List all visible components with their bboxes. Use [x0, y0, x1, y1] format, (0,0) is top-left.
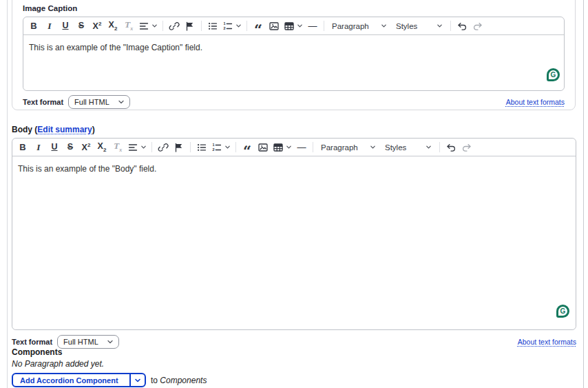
styles-dropdown-label: Styles — [385, 143, 406, 152]
insert-image-icon — [258, 142, 269, 153]
redo-icon — [472, 21, 483, 32]
bold-button[interactable]: B — [26, 19, 41, 33]
body-editing-area[interactable]: This is an example of the "Body" field. … — [12, 156, 576, 329]
horizontal-line-button[interactable]: — — [305, 19, 320, 33]
to-label: to — [151, 376, 158, 385]
table-button[interactable] — [282, 19, 304, 33]
body-label-prefix: Body ( — [12, 125, 37, 134]
italic-button[interactable]: I — [42, 19, 57, 33]
bulleted-list-button[interactable] — [205, 19, 220, 33]
numbered-list-icon: 12 — [211, 142, 222, 153]
add-accordion-component-button[interactable]: Add Accordion Component — [13, 374, 129, 386]
undo-icon — [456, 21, 468, 32]
align-button[interactable] — [137, 19, 159, 33]
block-quote-button[interactable]: “ — [251, 19, 266, 33]
remove-format-button[interactable]: Tx — [121, 19, 136, 33]
bold-button[interactable]: B — [15, 140, 30, 154]
underline-button[interactable]: U — [47, 140, 62, 154]
subscript-button[interactable]: X2 — [94, 140, 109, 154]
bulleted-list-button[interactable] — [194, 140, 209, 154]
dropbutton-toggle[interactable] — [129, 374, 145, 386]
grammarly-letter: G — [560, 308, 566, 315]
text-format-value: Full HTML — [63, 338, 98, 346]
media-button[interactable] — [171, 140, 187, 154]
chevron-down-icon — [134, 377, 141, 384]
bold-icon: B — [19, 143, 25, 152]
underline-icon: U — [62, 21, 68, 30]
image-caption-editing-area[interactable]: This is an example of the "Image Caption… — [23, 35, 564, 90]
body-editor: BIUSX2X2Tx12“—ParagraphStyles This is an… — [12, 138, 576, 330]
media-button[interactable] — [182, 19, 198, 33]
redo-button[interactable] — [470, 19, 485, 33]
body-editor-toolbar: BIUSX2X2Tx12“—ParagraphStyles — [12, 139, 576, 156]
chevron-down-icon — [426, 144, 432, 150]
chevron-down-icon — [286, 144, 292, 150]
undo-button[interactable] — [454, 19, 470, 33]
align-button[interactable] — [126, 140, 148, 154]
toolbar-separator — [439, 142, 440, 152]
text-format-select[interactable]: Full HTML — [57, 335, 119, 349]
superscript-button[interactable]: X2 — [90, 19, 105, 33]
image-button[interactable] — [255, 140, 271, 154]
bold-icon: B — [30, 21, 36, 30]
grammarly-icon[interactable]: G — [556, 305, 569, 318]
strikethrough-button[interactable]: S — [63, 140, 78, 154]
numbered-list-button[interactable]: 12 — [210, 140, 232, 154]
add-accordion-component-dropbutton[interactable]: Add Accordion Component — [12, 373, 146, 387]
styles-dropdown[interactable]: Styles — [381, 140, 436, 154]
table-button[interactable] — [271, 140, 293, 154]
underline-icon: U — [51, 143, 57, 152]
undo-button[interactable] — [443, 140, 459, 154]
toolbar-separator — [246, 21, 247, 31]
chevron-down-icon — [140, 144, 147, 150]
text-format-label: Text format — [23, 98, 63, 106]
strikethrough-icon: S — [67, 143, 73, 152]
link-icon — [158, 142, 169, 153]
body-text: This is an example of the "Body" field. — [12, 156, 576, 183]
chevron-down-icon — [437, 23, 443, 29]
remove-format-button[interactable]: Tx — [110, 140, 125, 154]
superscript-button[interactable]: X2 — [78, 140, 94, 154]
subscript-icon: X2 — [109, 21, 118, 32]
text-alignment-icon — [127, 142, 138, 153]
redo-icon — [461, 142, 472, 153]
italic-icon: I — [48, 21, 51, 31]
svg-text:1: 1 — [212, 143, 214, 147]
toolbar-separator — [313, 142, 313, 152]
paragraph-dropdown-label: Paragraph — [321, 143, 358, 152]
grammarly-icon[interactable]: G — [547, 68, 560, 81]
components-empty-message: No Paragraph added yet. — [12, 359, 576, 369]
body-field-label: Body (Edit summary) — [12, 125, 95, 134]
image-caption-label: Image Caption — [23, 4, 565, 12]
strikethrough-button[interactable]: S — [74, 19, 89, 33]
image-button[interactable] — [266, 19, 282, 33]
components-section: Components No Paragraph added yet. Add A… — [12, 347, 576, 387]
about-text-formats-link[interactable]: About text formats — [506, 98, 565, 106]
toolbar-separator — [151, 142, 152, 152]
chevron-down-icon — [381, 23, 387, 29]
paragraph-dropdown[interactable]: Paragraph — [317, 140, 380, 154]
bulleted-list-icon — [196, 142, 207, 153]
text-format-select[interactable]: Full HTML — [68, 95, 130, 109]
about-text-formats-link[interactable]: About text formats — [518, 338, 576, 346]
superscript-icon: X2 — [82, 143, 91, 152]
toolbar-separator — [450, 21, 451, 31]
subscript-button[interactable]: X2 — [105, 19, 120, 33]
numbered-list-button[interactable]: 12 — [221, 19, 243, 33]
undo-icon — [445, 142, 456, 153]
redo-button[interactable] — [459, 140, 474, 154]
components-target-text: to Components — [151, 376, 207, 385]
link-button[interactable] — [156, 140, 171, 154]
italic-button[interactable]: I — [31, 140, 46, 154]
underline-button[interactable]: U — [58, 19, 73, 33]
block-quote-button[interactable]: “ — [240, 140, 255, 154]
paragraph-dropdown[interactable]: Paragraph — [328, 19, 391, 33]
toolbar-separator — [190, 142, 191, 152]
chevron-down-icon — [118, 99, 125, 105]
horizontal-line-button[interactable]: — — [294, 140, 309, 154]
superscript-icon: X2 — [93, 21, 102, 31]
link-button[interactable] — [167, 19, 182, 33]
styles-dropdown[interactable]: Styles — [392, 19, 447, 33]
toolbar-separator — [162, 21, 163, 31]
edit-summary-link[interactable]: Edit summary — [37, 125, 92, 134]
